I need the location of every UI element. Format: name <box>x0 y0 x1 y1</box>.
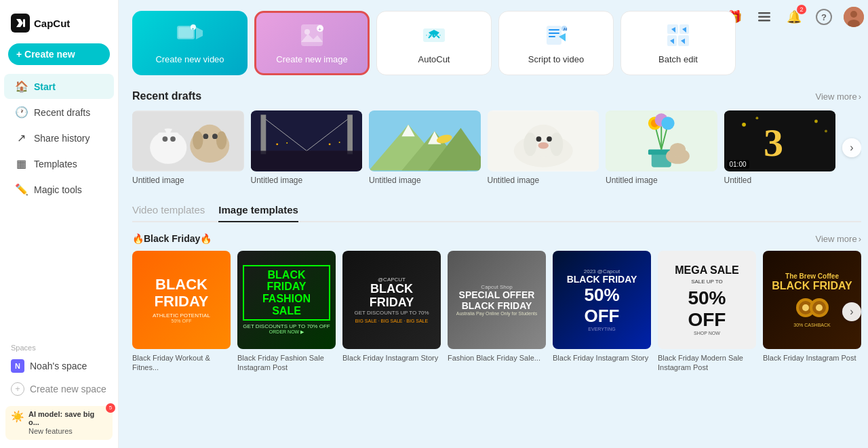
draft-item-3[interactable]: Untitled image <box>369 110 481 185</box>
template-card-6[interactable]: MEGA SALE SALE UP TO 50%OFF SHOP NOW Bla… <box>658 251 756 373</box>
create-video-card[interactable]: + Create new video <box>132 11 248 75</box>
script-card[interactable]: AI Script to video <box>498 11 614 75</box>
top-bar: 🎁 🔔 2 ? <box>724 7 864 27</box>
template-label-4: Fashion Black Friday Sale... <box>448 353 546 363</box>
bf-overlay-6: MEGA SALE SALE UP TO 50%OFF SHOP NOW <box>658 251 756 349</box>
template-thumb-4: Capcut Shop SPECIAL OFFERBLACK FRIDAY Au… <box>448 251 546 349</box>
batch-edit-card[interactable]: Batch edit <box>620 11 736 75</box>
template-card-4[interactable]: Capcut Shop SPECIAL OFFERBLACK FRIDAY Au… <box>448 251 546 373</box>
template-card-1[interactable]: BLACKFRIDAY ATHLETIC POTENTIAL 50% OFF B… <box>132 251 231 373</box>
draft-item-6[interactable]: 3 01:00 Untitled <box>724 110 836 185</box>
sidebar-item-magic[interactable]: ✏️ Magic tools <box>4 177 114 202</box>
svg-point-42 <box>203 134 209 139</box>
nav-label-templates: Templates <box>34 159 77 169</box>
tab-image-templates[interactable]: Image templates <box>218 204 298 222</box>
svg-point-81 <box>670 143 686 156</box>
draft-item-1[interactable]: Untitled image <box>132 110 244 185</box>
drafts-row: Untitled image <box>132 110 861 185</box>
black-friday-header: 🔥Black Friday🔥 View more › <box>132 233 861 244</box>
svg-point-40 <box>193 131 203 149</box>
ai-banner[interactable]: ☀️ AI model: save big o... New features … <box>5 406 113 440</box>
mountains-thumbnail <box>369 110 481 171</box>
logo-text: CapCut <box>34 18 70 29</box>
svg-point-52 <box>286 142 288 144</box>
user-avatar[interactable] <box>844 7 864 27</box>
template-label-5: Black Friday Instagram Story <box>553 353 651 363</box>
template-label-6: Black Friday Modern Sale Instagram Post <box>658 353 756 373</box>
bell-icon-button[interactable]: 🔔 2 <box>784 7 804 27</box>
svg-point-37 <box>170 136 176 142</box>
nav-label-magic: Magic tools <box>34 184 82 195</box>
templates-next-button[interactable]: › <box>842 302 861 321</box>
svg-rect-48 <box>260 115 266 154</box>
template-card-2[interactable]: BLACK FRIDAYFASHION SALE GET DISCOUNTS U… <box>237 251 336 373</box>
capcut-logo-icon <box>11 14 30 33</box>
bf-overlay-2: BLACK FRIDAYFASHION SALE GET DISCOUNTS U… <box>237 251 336 349</box>
autocut-svg <box>422 23 446 47</box>
main-content: 🎁 🔔 2 ? <box>119 0 868 448</box>
template-thumb-5: 2023 @Capcut BLACK FRIDAY 50%OFF EVERYTI… <box>553 251 651 349</box>
draft-thumb-3 <box>369 110 481 171</box>
draft-item-5[interactable]: Untitled image <box>606 110 717 185</box>
svg-text:+: + <box>319 27 321 32</box>
draft-label-2: Untitled image <box>251 176 363 185</box>
template-card-3[interactable]: @CAPCUT BLACKFRIDAY GET DISCOUNTS UP TO … <box>342 251 441 373</box>
autocut-card[interactable]: AutoCut <box>376 11 492 75</box>
draft-item-2[interactable]: Untitled image <box>251 110 363 185</box>
svg-point-68 <box>547 136 552 142</box>
bf-overlay-1: BLACKFRIDAY ATHLETIC POTENTIAL 50% OFF <box>132 251 231 349</box>
batch-icon <box>665 22 692 49</box>
sidebar-item-templates[interactable]: ▦ Templates <box>4 151 114 176</box>
svg-point-67 <box>536 136 541 142</box>
svg-point-86 <box>825 130 827 133</box>
create-new-button[interactable]: + Create new <box>8 43 110 65</box>
draft-label-5: Untitled image <box>606 176 717 185</box>
script-label: Script to video <box>528 54 584 64</box>
space-name: Noah's space <box>30 361 87 371</box>
template-thumb-1: BLACKFRIDAY ATHLETIC POTENTIAL 50% OFF <box>132 251 231 349</box>
draft-item-4[interactable]: Untitled image <box>488 110 599 185</box>
drafts-next-button[interactable]: › <box>842 138 861 157</box>
template-thumb-2: BLACK FRIDAYFASHION SALE GET DISCOUNTS U… <box>237 251 336 349</box>
tab-video-templates[interactable]: Video templates <box>132 204 205 222</box>
create-space-button[interactable]: + Create new space <box>0 378 118 401</box>
template-card-5[interactable]: 2023 @Capcut BLACK FRIDAY 50%OFF EVERYTI… <box>553 251 651 373</box>
menu-icon-button[interactable] <box>754 7 774 27</box>
space-item-noah[interactable]: N Noah's space <box>0 354 118 378</box>
svg-point-83 <box>742 123 746 127</box>
sidebar-item-recent[interactable]: 🕐 Recent drafts <box>4 100 114 125</box>
template-thumb-7: The Brew Coffee Black Friday 30% CASHBAC <box>763 251 861 349</box>
black-friday-view-more[interactable]: View more › <box>815 234 861 244</box>
sidebar-nav: 🏠 Start 🕐 Recent drafts ↗ Share history … <box>0 73 118 335</box>
recent-drafts-view-more[interactable]: View more › <box>815 91 861 102</box>
ai-banner-content: AI model: save big o... New features <box>28 410 107 436</box>
batch-svg <box>666 23 690 47</box>
svg-point-65 <box>524 132 536 156</box>
svg-point-14 <box>304 29 310 35</box>
nav-label-history: Share history <box>34 133 90 144</box>
help-icon-button[interactable]: ? <box>814 7 834 27</box>
draft-thumb-6: 3 01:00 <box>724 110 836 171</box>
pets-thumbnail <box>132 110 244 171</box>
bf-overlay-4: Capcut Shop SPECIAL OFFERBLACK FRIDAY Au… <box>448 251 546 349</box>
sidebar: CapCut + Create new 🏠 Start 🕐 Recent dra… <box>0 0 119 448</box>
sidebar-item-start[interactable]: 🏠 Start <box>4 74 114 99</box>
ai-banner-badge: 5 <box>106 403 115 413</box>
ai-banner-title: AI model: save big o... <box>28 410 107 426</box>
create-image-card[interactable]: + Create new image <box>254 11 370 75</box>
svg-rect-3 <box>758 16 770 18</box>
svg-rect-4 <box>758 20 770 22</box>
sidebar-item-history[interactable]: ↗ Share history <box>4 125 114 150</box>
recent-drafts-title: Recent drafts <box>132 90 201 102</box>
template-row: BLACKFRIDAY ATHLETIC POTENTIAL 50% OFF B… <box>132 251 861 373</box>
svg-point-43 <box>212 134 218 139</box>
svg-point-54 <box>338 142 340 143</box>
draft-thumb-4 <box>488 110 599 171</box>
template-thumb-3: @CAPCUT BLACKFRIDAY GET DISCOUNTS UP TO … <box>342 251 441 349</box>
nav-label-recent: Recent drafts <box>34 107 90 118</box>
svg-rect-1 <box>23 19 25 27</box>
bf-overlay-3: @CAPCUT BLACKFRIDAY GET DISCOUNTS UP TO … <box>342 251 441 349</box>
avatar-image <box>844 7 864 27</box>
svg-point-93 <box>816 304 823 311</box>
create-space-label: Create new space <box>30 384 106 394</box>
